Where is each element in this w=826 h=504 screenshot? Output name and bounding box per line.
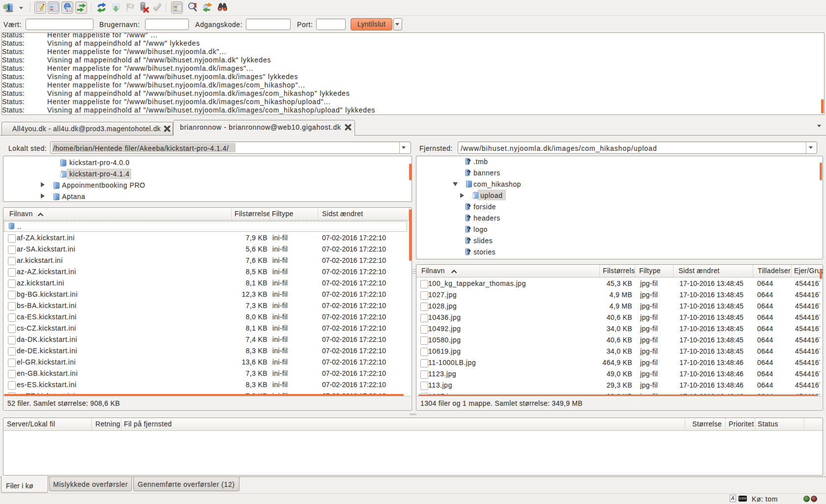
svg-text:?: ?: [467, 169, 471, 176]
svg-text:?: ?: [467, 225, 471, 233]
svg-text:?: ?: [467, 237, 471, 244]
svg-text:?: ?: [467, 158, 471, 165]
svg-text:?: ?: [467, 203, 471, 210]
svg-text:?: ?: [467, 214, 471, 222]
svg-text:?: ?: [467, 248, 471, 255]
